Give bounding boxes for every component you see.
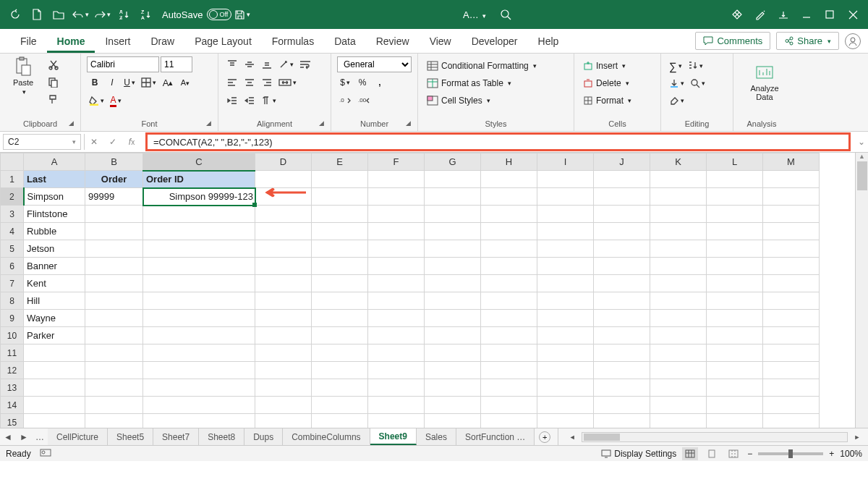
cell-I4[interactable] [537, 223, 594, 240]
font-name-select[interactable] [87, 56, 159, 72]
cell-D9[interactable] [255, 310, 312, 327]
cell-A4[interactable]: Rubble [24, 223, 85, 240]
cell-K2[interactable] [650, 188, 707, 206]
cell-J10[interactable] [594, 327, 650, 345]
col-header-B[interactable]: B [85, 153, 143, 171]
ribbon-options-icon[interactable] [773, 4, 793, 25]
cell-F12[interactable] [368, 362, 425, 379]
cell-F13[interactable] [368, 379, 425, 397]
cell-styles-button[interactable]: Cell Styles▾ [424, 93, 568, 109]
rtl-icon[interactable]: ▾ [259, 93, 278, 109]
cell-D2[interactable] [255, 188, 312, 206]
cell-B10[interactable] [85, 327, 143, 345]
cell-H8[interactable] [481, 292, 537, 310]
fill-color-button[interactable]: ▾ [87, 93, 106, 109]
cell-M11[interactable] [763, 345, 820, 362]
cell-A12[interactable] [24, 362, 85, 379]
fill-icon[interactable]: ▾ [667, 75, 686, 91]
cell-J12[interactable] [594, 362, 650, 379]
cell-K8[interactable] [650, 292, 707, 310]
cell-A10[interactable]: Parker [24, 327, 85, 345]
cell-A2[interactable]: Simpson [24, 188, 85, 206]
cell-D6[interactable] [255, 258, 312, 275]
sort-filter-icon[interactable]: ▾ [686, 58, 705, 74]
zoom-level[interactable]: 100% [840, 449, 862, 459]
cell-F2[interactable] [368, 188, 425, 206]
cell-L7[interactable] [707, 275, 763, 292]
cell-C2[interactable]: Simpson 99999-123 [143, 188, 255, 206]
normal-view-icon[interactable] [682, 447, 698, 460]
paste-button[interactable]: Paste▾ [6, 56, 41, 96]
col-header-H[interactable]: H [481, 153, 537, 171]
align-center-icon[interactable] [242, 75, 258, 90]
insert-cells-button[interactable]: Insert▾ [580, 58, 655, 74]
zoom-slider[interactable] [758, 452, 823, 455]
align-bottom-icon[interactable] [259, 56, 275, 72]
increase-decimal-icon[interactable]: .0 [337, 93, 354, 109]
spreadsheet-grid[interactable]: ABCDEFGHIJKLM1LastOrderOrder ID2Simpson9… [0, 153, 868, 428]
cell-A3[interactable]: Flintstone [24, 206, 85, 223]
cell-H12[interactable] [481, 362, 537, 379]
sheet-nav-prev-icon[interactable]: ◄ [0, 428, 16, 445]
format-as-table-button[interactable]: Format as Table▾ [424, 75, 568, 91]
autosave-toggle[interactable]: AutoSave Off [162, 9, 231, 20]
col-header-J[interactable]: J [594, 153, 650, 171]
select-all-corner[interactable] [1, 153, 24, 171]
cell-M2[interactable] [763, 188, 820, 206]
cell-F14[interactable] [368, 397, 425, 414]
cell-K15[interactable] [650, 414, 707, 428]
cell-D5[interactable] [255, 240, 312, 258]
tab-view[interactable]: View [420, 30, 461, 53]
col-header-M[interactable]: M [763, 153, 820, 171]
cell-C3[interactable] [143, 206, 255, 223]
cell-I11[interactable] [537, 345, 594, 362]
cell-G9[interactable] [425, 310, 481, 327]
cell-G11[interactable] [425, 345, 481, 362]
format-painter-icon[interactable] [45, 91, 61, 107]
diamond-icon[interactable] [727, 4, 747, 25]
page-layout-view-icon[interactable] [704, 447, 720, 460]
cell-D3[interactable] [255, 206, 312, 223]
merge-center-icon[interactable]: ▾ [276, 75, 299, 90]
cell-E3[interactable] [312, 206, 368, 223]
col-header-E[interactable]: E [312, 153, 368, 171]
cell-D1[interactable] [255, 171, 312, 188]
comments-button[interactable]: Comments [695, 32, 770, 50]
delete-cells-button[interactable]: Delete▾ [580, 75, 655, 91]
number-format-select[interactable]: General [337, 56, 412, 72]
cell-M15[interactable] [763, 414, 820, 428]
save-icon[interactable]: ▾ [232, 4, 252, 25]
comma-icon[interactable]: , [372, 75, 388, 90]
cell-M3[interactable] [763, 206, 820, 223]
zoom-out-button[interactable]: − [747, 449, 752, 459]
cell-L10[interactable] [707, 327, 763, 345]
increase-indent-icon[interactable] [242, 93, 258, 109]
sheet-tab-combinecolumns[interactable]: CombineColumns [283, 428, 370, 445]
clear-icon[interactable]: ▾ [667, 93, 686, 109]
cell-L1[interactable] [707, 171, 763, 188]
increase-font-icon[interactable]: A▴ [160, 75, 176, 90]
cell-F9[interactable] [368, 310, 425, 327]
cell-G7[interactable] [425, 275, 481, 292]
cell-I6[interactable] [537, 258, 594, 275]
col-header-L[interactable]: L [707, 153, 763, 171]
sheet-tab-sheet5[interactable]: Sheet5 [108, 428, 153, 445]
cancel-formula-icon[interactable]: ✕ [85, 134, 103, 150]
cell-I1[interactable] [537, 171, 594, 188]
cell-I9[interactable] [537, 310, 594, 327]
analyze-data-button[interactable]: Analyze Data [739, 56, 790, 107]
align-right-icon[interactable] [259, 75, 275, 90]
cell-J7[interactable] [594, 275, 650, 292]
cell-E8[interactable] [312, 292, 368, 310]
cell-E15[interactable] [312, 414, 368, 428]
cell-D4[interactable] [255, 223, 312, 240]
cell-G3[interactable] [425, 206, 481, 223]
cell-M6[interactable] [763, 258, 820, 275]
cell-D10[interactable] [255, 327, 312, 345]
align-top-icon[interactable] [224, 56, 240, 72]
cell-B13[interactable] [85, 379, 143, 397]
cell-F10[interactable] [368, 327, 425, 345]
cell-C10[interactable] [143, 327, 255, 345]
cell-C12[interactable] [143, 362, 255, 379]
cell-F4[interactable] [368, 223, 425, 240]
